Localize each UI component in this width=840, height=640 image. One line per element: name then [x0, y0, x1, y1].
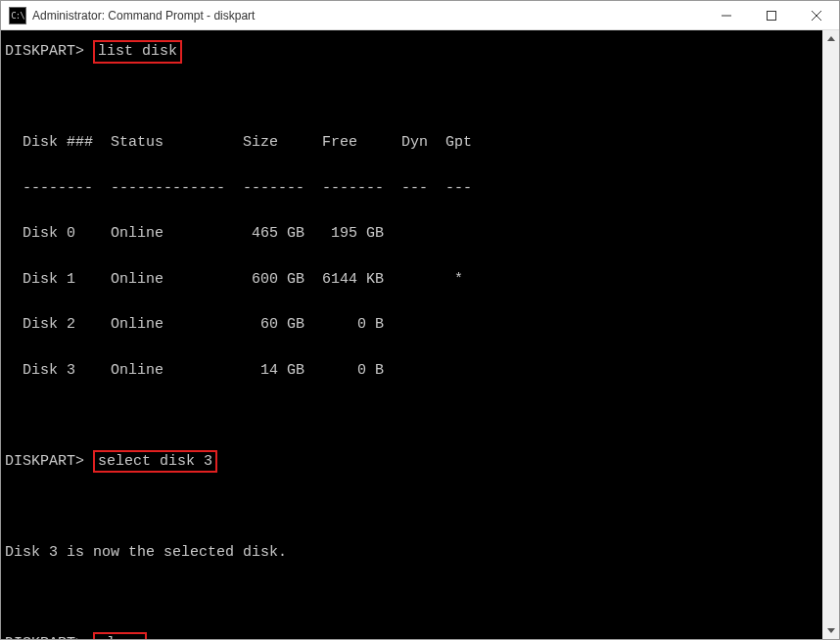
- cmd-clean: clean: [93, 632, 147, 639]
- disk-row: Disk 2 Online 60 GB 0 B: [5, 313, 818, 336]
- chevron-up-icon: [827, 36, 835, 41]
- msg-selected-disk: Disk 3 is now the selected disk.: [5, 541, 818, 564]
- close-icon: [812, 11, 821, 21]
- prompt: DISKPART>: [5, 635, 84, 639]
- vertical-scrollbar[interactable]: [822, 30, 839, 639]
- chevron-down-icon: [827, 628, 835, 633]
- prompt: DISKPART>: [5, 453, 84, 470]
- window-title: Administrator: Command Prompt - diskpart: [32, 9, 704, 23]
- prompt: DISKPART>: [5, 43, 84, 60]
- console-output[interactable]: DISKPART> list disk Disk ### Status Size…: [1, 30, 822, 639]
- scroll-up-button[interactable]: [822, 30, 839, 47]
- cmd-list-disk: list disk: [93, 40, 182, 64]
- window-controls: [704, 1, 839, 29]
- cmd-select-disk: select disk 3: [93, 450, 217, 474]
- console-area: DISKPART> list disk Disk ### Status Size…: [1, 30, 839, 639]
- titlebar[interactable]: C:\ Administrator: Command Prompt - disk…: [1, 1, 839, 30]
- maximize-icon: [767, 11, 776, 21]
- maximize-button[interactable]: [749, 1, 794, 29]
- disk-row: Disk 3 Online 14 GB 0 B: [5, 359, 818, 382]
- disk-row: Disk 0 Online 465 GB 195 GB: [5, 222, 818, 245]
- app-icon-text: C:\: [11, 11, 23, 21]
- disk-table-divider: -------- ------------- ------- ------- -…: [5, 177, 818, 200]
- disk-table-header: Disk ### Status Size Free Dyn Gpt: [5, 131, 818, 154]
- minimize-button[interactable]: [704, 1, 749, 29]
- app-icon: C:\: [9, 7, 26, 24]
- close-button[interactable]: [794, 1, 839, 29]
- scroll-down-button[interactable]: [822, 622, 839, 639]
- svg-rect-1: [768, 11, 776, 20]
- disk-row: Disk 1 Online 600 GB 6144 KB *: [5, 268, 818, 291]
- minimize-icon: [722, 11, 731, 21]
- command-prompt-window: C:\ Administrator: Command Prompt - disk…: [0, 0, 840, 640]
